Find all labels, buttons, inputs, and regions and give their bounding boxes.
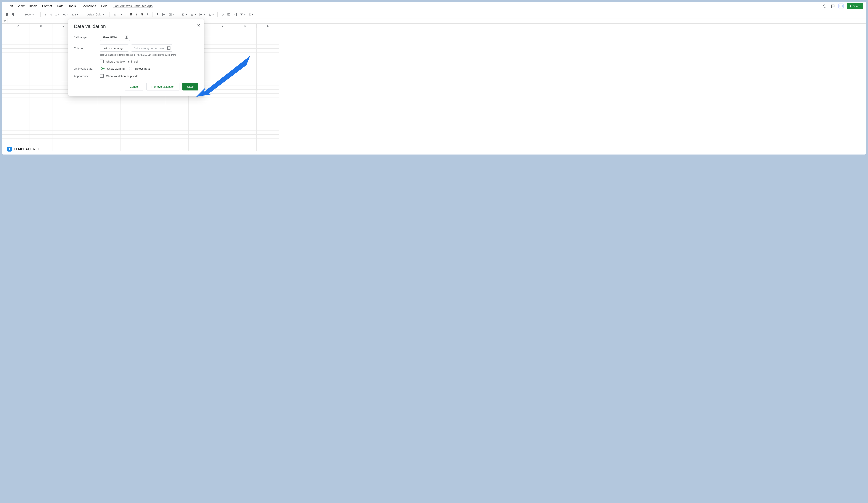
grid-cell[interactable] xyxy=(7,49,30,53)
row-header[interactable] xyxy=(2,143,7,147)
present-icon[interactable] xyxy=(838,3,844,9)
cell-range-input[interactable] xyxy=(102,36,125,39)
grid-cell[interactable] xyxy=(7,102,30,106)
grid-cell[interactable] xyxy=(143,110,166,114)
grid-cell[interactable] xyxy=(98,147,121,151)
grid-cell[interactable] xyxy=(98,118,121,122)
grid-cell[interactable] xyxy=(30,127,52,131)
grid-cell[interactable] xyxy=(7,28,30,32)
criteria-range-input[interactable] xyxy=(134,47,167,50)
grid-cell[interactable] xyxy=(121,131,143,134)
show-dropdown-checkbox[interactable] xyxy=(100,60,104,63)
font-select[interactable]: Default (Ari...▼ xyxy=(85,12,107,17)
grid-cell[interactable] xyxy=(188,131,211,134)
grid-cell[interactable] xyxy=(166,127,188,131)
grid-cell[interactable] xyxy=(188,102,211,106)
grid-cell[interactable] xyxy=(98,127,121,131)
grid-cell[interactable] xyxy=(143,106,166,110)
grid-cell[interactable] xyxy=(211,61,234,65)
bold-button[interactable]: B xyxy=(129,12,133,17)
grid-cell[interactable] xyxy=(234,139,257,143)
reject-input-radio[interactable] xyxy=(129,67,132,70)
grid-cell[interactable] xyxy=(257,57,279,61)
grid-cell[interactable] xyxy=(188,127,211,131)
show-help-checkbox[interactable] xyxy=(100,74,104,78)
grid-cell[interactable] xyxy=(143,143,166,147)
grid-cell[interactable] xyxy=(7,127,30,131)
row-header[interactable] xyxy=(2,106,7,110)
grid-cell[interactable] xyxy=(234,127,257,131)
grid-picker-icon[interactable] xyxy=(125,36,128,39)
grid-cell[interactable] xyxy=(257,106,279,110)
grid-cell[interactable] xyxy=(121,98,143,102)
grid-cell[interactable] xyxy=(7,32,30,36)
grid-cell[interactable] xyxy=(166,143,188,147)
grid-cell[interactable] xyxy=(188,98,211,102)
grid-cell[interactable] xyxy=(30,139,52,143)
grid-cell[interactable] xyxy=(7,85,30,90)
grid-cell[interactable] xyxy=(211,32,234,36)
grid-cell[interactable] xyxy=(257,134,279,139)
grid-cell[interactable] xyxy=(30,102,52,106)
row-header[interactable] xyxy=(2,98,7,102)
grid-cell[interactable] xyxy=(234,81,257,85)
grid-cell[interactable] xyxy=(75,106,98,110)
grid-cell[interactable] xyxy=(75,134,98,139)
row-header[interactable] xyxy=(2,28,7,32)
row-header[interactable] xyxy=(2,102,7,106)
grid-cell[interactable] xyxy=(52,122,75,127)
grid-cell[interactable] xyxy=(52,110,75,114)
grid-cell[interactable] xyxy=(75,102,98,106)
grid-cell[interactable] xyxy=(257,32,279,36)
grid-cell[interactable] xyxy=(211,114,234,118)
horiz-align-button[interactable]: ▼ xyxy=(180,12,188,17)
grid-cell[interactable] xyxy=(257,61,279,65)
save-button[interactable]: Save xyxy=(183,83,198,90)
row-header[interactable] xyxy=(2,134,7,139)
grid-cell[interactable] xyxy=(98,114,121,118)
grid-cell[interactable] xyxy=(257,73,279,77)
grid-cell[interactable] xyxy=(30,32,52,36)
grid-cell[interactable] xyxy=(75,122,98,127)
menu-help[interactable]: Help xyxy=(101,4,107,8)
grid-cell[interactable] xyxy=(257,122,279,127)
grid-cell[interactable] xyxy=(211,73,234,77)
grid-cell[interactable] xyxy=(188,106,211,110)
grid-cell[interactable] xyxy=(234,147,257,151)
row-header[interactable] xyxy=(2,40,7,44)
grid-cell[interactable] xyxy=(234,36,257,40)
grid-cell[interactable] xyxy=(143,131,166,134)
grid-cell[interactable] xyxy=(257,127,279,131)
corner-cell[interactable] xyxy=(2,24,7,28)
grid-cell[interactable] xyxy=(166,106,188,110)
grid-cell[interactable] xyxy=(257,85,279,90)
merge-cells-button[interactable]: ▼ xyxy=(168,12,175,17)
grid-cell[interactable] xyxy=(211,143,234,147)
grid-cell[interactable] xyxy=(188,110,211,114)
grid-cell[interactable] xyxy=(98,143,121,147)
grid-cell[interactable] xyxy=(211,127,234,131)
grid-cell[interactable] xyxy=(30,94,52,98)
grid-cell[interactable] xyxy=(30,110,52,114)
grid-cell[interactable] xyxy=(211,81,234,85)
grid-cell[interactable] xyxy=(166,122,188,127)
grid-cell[interactable] xyxy=(30,61,52,65)
text-rotate-button[interactable]: ▼ xyxy=(207,12,215,17)
grid-cell[interactable] xyxy=(234,143,257,147)
grid-cell[interactable] xyxy=(52,139,75,143)
grid-cell[interactable] xyxy=(7,94,30,98)
paint-format-icon[interactable] xyxy=(11,12,16,17)
grid-cell[interactable] xyxy=(234,57,257,61)
comments-icon[interactable] xyxy=(830,3,836,9)
grid-cell[interactable] xyxy=(7,69,30,73)
grid-cell[interactable] xyxy=(7,44,30,49)
grid-cell[interactable] xyxy=(30,106,52,110)
col-header-b[interactable]: B xyxy=(30,24,52,28)
dialog-close-button[interactable]: ✕ xyxy=(197,23,200,28)
grid-cell[interactable] xyxy=(7,110,30,114)
grid-cell[interactable] xyxy=(166,131,188,134)
grid-cell[interactable] xyxy=(7,36,30,40)
grid-cell[interactable] xyxy=(121,114,143,118)
grid-cell[interactable] xyxy=(7,106,30,110)
grid-cell[interactable] xyxy=(188,134,211,139)
